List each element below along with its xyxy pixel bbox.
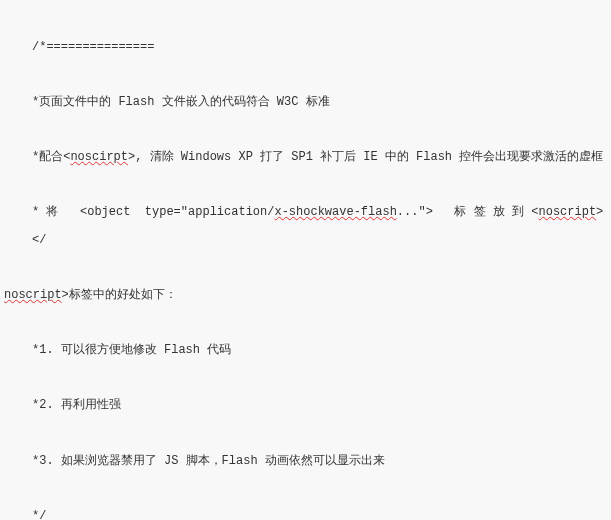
spell-error: x-shockwave-flash xyxy=(274,205,396,219)
code-line: */ xyxy=(4,503,607,520)
code-line: *1. 可以很方便地修改 Flash 代码 xyxy=(4,337,607,365)
spell-error: noscript xyxy=(4,288,62,302)
code-line: * 将 <object type="application/x-shockwav… xyxy=(4,199,607,254)
code-line: *3. 如果浏览器禁用了 JS 脚本，Flash 动画依然可以显示出来 xyxy=(4,448,607,476)
code-block: /*=============== *页面文件中的 Flash 文件嵌入的代码符… xyxy=(4,6,607,520)
spell-error: noscirpt xyxy=(70,150,128,164)
code-line: /*=============== xyxy=(4,34,607,62)
spell-error: noscript xyxy=(538,205,596,219)
code-line-wrap: noscript>标签中的好处如下： xyxy=(4,282,607,310)
code-line: *2. 再利用性强 xyxy=(4,392,607,420)
code-line: *页面文件中的 Flash 文件嵌入的代码符合 W3C 标准 xyxy=(4,89,607,117)
code-line: *配合<noscirpt>, 清除 Windows XP 打了 SP1 补丁后 … xyxy=(4,144,607,172)
